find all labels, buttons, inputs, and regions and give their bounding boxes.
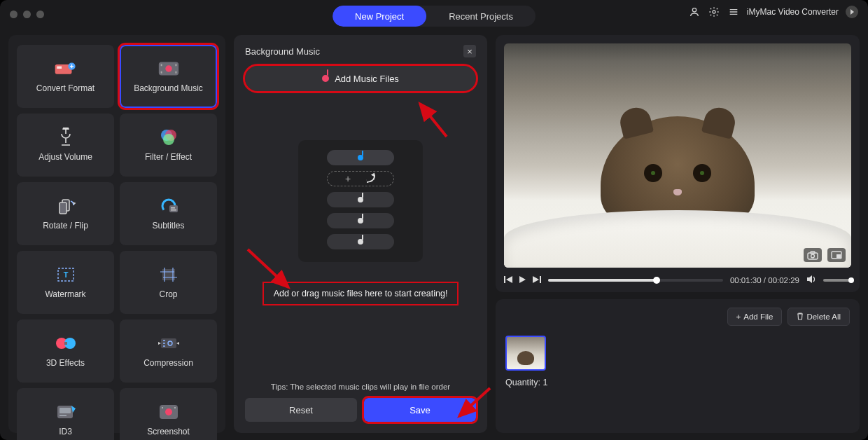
video-preview[interactable] — [504, 43, 851, 268]
tool-rotate-flip[interactable]: Rotate / Flip — [17, 182, 114, 245]
svg-point-35 — [811, 254, 815, 258]
quantity-display: Quantity: 1 — [505, 378, 850, 387]
panel-buttons: Reset Save — [245, 398, 476, 422]
settings-icon[interactable] — [708, 6, 720, 18]
background-music-icon — [157, 60, 181, 78]
next-button[interactable] — [532, 275, 541, 285]
tips-text: Tips: The selected music clips will play… — [245, 383, 476, 391]
trash-icon — [797, 312, 804, 322]
background-music-panel: Background Music × Add Music Files + Add… — [234, 35, 487, 433]
watermark-icon: T — [54, 266, 78, 284]
add-file-button[interactable]: +Add File — [727, 308, 783, 326]
drag-arrow-icon — [365, 174, 377, 183]
music-slot-2[interactable] — [327, 192, 394, 207]
plus-icon: + — [345, 173, 351, 184]
svg-rect-28 — [59, 408, 71, 413]
music-slot-add[interactable]: + — [327, 171, 394, 186]
svg-rect-38 — [836, 254, 841, 258]
plus-icon: + — [736, 312, 741, 321]
svg-rect-24 — [64, 342, 67, 345]
tab-recent-projects[interactable]: Recent Projects — [426, 6, 536, 27]
music-note-icon — [358, 218, 363, 224]
svg-rect-17 — [171, 207, 175, 209]
svg-rect-29 — [59, 415, 66, 416]
close-panel-button[interactable]: × — [463, 45, 476, 57]
svg-point-6 — [165, 65, 172, 71]
account-icon[interactable] — [688, 6, 701, 18]
app-window: New Project Recent Projects iMyMac Video… — [0, 0, 868, 440]
svg-rect-8 — [175, 64, 176, 66]
tool-adjust-volume[interactable]: Adjust Volume — [17, 114, 114, 177]
tool-label: Compression — [144, 358, 193, 368]
id3-icon — [54, 403, 78, 421]
filter-effect-icon — [157, 128, 181, 146]
music-note-icon — [358, 239, 363, 245]
music-slot-4[interactable] — [327, 234, 394, 249]
music-slot-3[interactable] — [327, 213, 394, 228]
player-controls: 00:01:30 / 00:02:29 — [504, 275, 851, 285]
convert-format-icon — [54, 60, 78, 78]
video-preview-box: 00:01:30 / 00:02:29 — [496, 35, 860, 292]
svg-text:T: T — [63, 270, 68, 279]
file-thumbnail[interactable] — [505, 336, 546, 371]
compression-icon — [157, 334, 181, 352]
svg-point-13 — [163, 134, 174, 145]
music-slots-box: + — [298, 140, 423, 262]
svg-point-31 — [165, 408, 172, 415]
svg-rect-7 — [160, 64, 162, 66]
tool-label: Crop — [159, 289, 177, 299]
app-badge-icon — [846, 6, 858, 18]
svg-point-1 — [713, 11, 715, 13]
zoom-window-dot[interactable] — [36, 11, 44, 18]
tool-label: Convert Format — [36, 83, 94, 93]
add-music-label: Add Music Files — [335, 74, 399, 84]
tool-label: Adjust Volume — [38, 152, 92, 162]
subtitles-icon — [157, 197, 181, 215]
tool-filter-effect[interactable]: Filter / Effect — [120, 114, 217, 177]
tool-label: Screenshot — [147, 427, 190, 436]
tool-label: Filter / Effect — [145, 152, 192, 162]
music-note-icon — [358, 197, 363, 202]
tool-convert-format[interactable]: Convert Format — [17, 45, 114, 108]
svg-rect-33 — [174, 407, 176, 408]
prev-button[interactable] — [504, 275, 513, 285]
tool-screenshot[interactable]: Screenshot — [120, 388, 217, 440]
minimize-window-dot[interactable] — [23, 11, 31, 18]
tool-id3[interactable]: ID3 — [17, 388, 114, 440]
tool-label: Subtitles — [152, 221, 184, 231]
crop-icon — [157, 266, 181, 284]
titlebar: New Project Recent Projects iMyMac Video… — [0, 0, 868, 28]
music-slot-1[interactable] — [327, 150, 394, 165]
tool-background-music[interactable]: Background Music — [120, 45, 217, 108]
seek-bar[interactable] — [548, 279, 723, 282]
volume-slider[interactable] — [823, 279, 851, 282]
screenshot-icon — [157, 403, 181, 421]
add-music-files-button[interactable]: Add Music Files — [245, 66, 476, 91]
close-window-dot[interactable] — [10, 11, 18, 18]
tool-subtitles[interactable]: Subtitles — [120, 182, 217, 245]
save-button[interactable]: Save — [364, 398, 476, 422]
snapshot-icon[interactable] — [804, 248, 822, 262]
app-name: iMyMac Video Converter — [747, 7, 839, 17]
svg-rect-3 — [57, 67, 62, 69]
menu-icon[interactable] — [727, 6, 740, 18]
volume-icon[interactable] — [806, 275, 816, 285]
project-tabs: New Project Recent Projects — [332, 6, 536, 27]
svg-rect-16 — [169, 205, 178, 212]
tools-panel: Convert Format Background Music Adjust V… — [8, 35, 225, 433]
reset-button[interactable]: Reset — [245, 398, 357, 422]
tool-crop[interactable]: Crop — [120, 251, 217, 314]
fullscreen-icon[interactable] — [827, 248, 846, 262]
window-controls — [10, 11, 44, 18]
delete-all-button[interactable]: Delete All — [788, 308, 850, 326]
tab-new-project[interactable]: New Project — [332, 6, 426, 27]
rotate-flip-icon — [54, 197, 78, 215]
tool-label: Background Music — [134, 83, 203, 93]
tool-3d-effects[interactable]: 3D Effects — [17, 319, 114, 383]
play-button[interactable] — [519, 275, 526, 285]
svg-rect-40 — [540, 276, 541, 283]
drag-hint-text: Add or drag music files here to start cr… — [262, 282, 459, 305]
tool-compression[interactable]: Compression — [120, 319, 217, 383]
tool-watermark[interactable]: T Watermark — [17, 251, 114, 314]
music-note-icon — [322, 75, 329, 82]
